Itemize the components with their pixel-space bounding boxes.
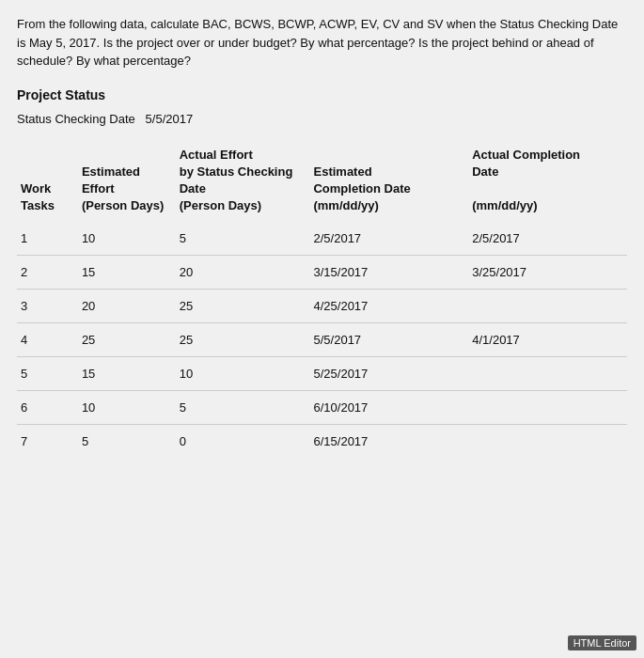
cell-actual: 20	[176, 256, 310, 290]
cell-actual: 25	[176, 323, 310, 357]
cell-actual-completion	[468, 290, 627, 323]
cell-est-completion: 5/25/2017	[309, 357, 468, 391]
cell-task: 7	[17, 425, 78, 459]
section-title: Project Status	[17, 87, 627, 102]
cell-actual: 10	[176, 357, 310, 391]
cell-est-completion: 5/5/2017	[309, 323, 468, 357]
cell-task: 5	[17, 357, 78, 391]
cell-task: 2	[17, 256, 78, 290]
table-row: 215203/15/20173/25/2017	[17, 256, 627, 290]
cell-actual-completion: 3/25/2017	[468, 256, 627, 290]
header-estimated-effort: EstimatedEffort(Person Days)	[78, 143, 176, 223]
header-actual-effort: Actual Effortby Status CheckingDate(Pers…	[176, 143, 310, 223]
cell-actual: 0	[176, 425, 310, 459]
cell-actual-completion: 2/5/2017	[468, 222, 627, 256]
cell-estimated: 10	[78, 222, 176, 256]
table-row: 425255/5/20174/1/2017	[17, 323, 627, 357]
cell-estimated: 15	[78, 357, 176, 391]
cell-actual: 5	[176, 391, 310, 425]
status-checking-label: Status Checking Date	[17, 112, 135, 126]
cell-actual-completion	[468, 425, 627, 459]
cell-actual-completion: 4/1/2017	[468, 323, 627, 357]
cell-actual: 5	[176, 222, 310, 256]
cell-est-completion: 6/15/2017	[309, 425, 468, 459]
cell-est-completion: 3/15/2017	[309, 256, 468, 290]
table-row: 7506/15/2017	[17, 425, 627, 459]
cell-task: 1	[17, 222, 78, 256]
intro-text: From the following data, calculate BAC, …	[17, 15, 627, 70]
cell-estimated: 5	[78, 425, 176, 459]
cell-estimated: 20	[78, 290, 176, 323]
cell-est-completion: 4/25/2017	[309, 290, 468, 323]
table-row: 515105/25/2017	[17, 357, 627, 391]
cell-actual: 25	[176, 290, 310, 323]
header-work-tasks: WorkTasks	[17, 143, 78, 223]
header-est-completion: EstimatedCompletion Date(mm/dd/yy)	[309, 143, 468, 223]
cell-estimated: 25	[78, 323, 176, 357]
table-row: 11052/5/20172/5/2017	[17, 222, 627, 256]
cell-task: 3	[17, 290, 78, 323]
cell-actual-completion	[468, 357, 627, 391]
table-row: 320254/25/2017	[17, 290, 627, 323]
cell-estimated: 15	[78, 256, 176, 290]
status-date-row: Status Checking Date 5/5/2017	[17, 112, 627, 126]
status-checking-value: 5/5/2017	[146, 112, 194, 126]
cell-task: 4	[17, 323, 78, 357]
table-row: 61056/10/2017	[17, 391, 627, 425]
cell-estimated: 10	[78, 391, 176, 425]
cell-task: 6	[17, 391, 78, 425]
cell-est-completion: 2/5/2017	[309, 222, 468, 256]
header-actual-completion: Actual CompletionDate(mm/dd/yy)	[468, 143, 627, 223]
html-editor-badge: HTML Editor	[568, 635, 636, 650]
cell-actual-completion	[468, 391, 627, 425]
cell-est-completion: 6/10/2017	[309, 391, 468, 425]
project-table: WorkTasks EstimatedEffort(Person Days) A…	[17, 143, 627, 459]
